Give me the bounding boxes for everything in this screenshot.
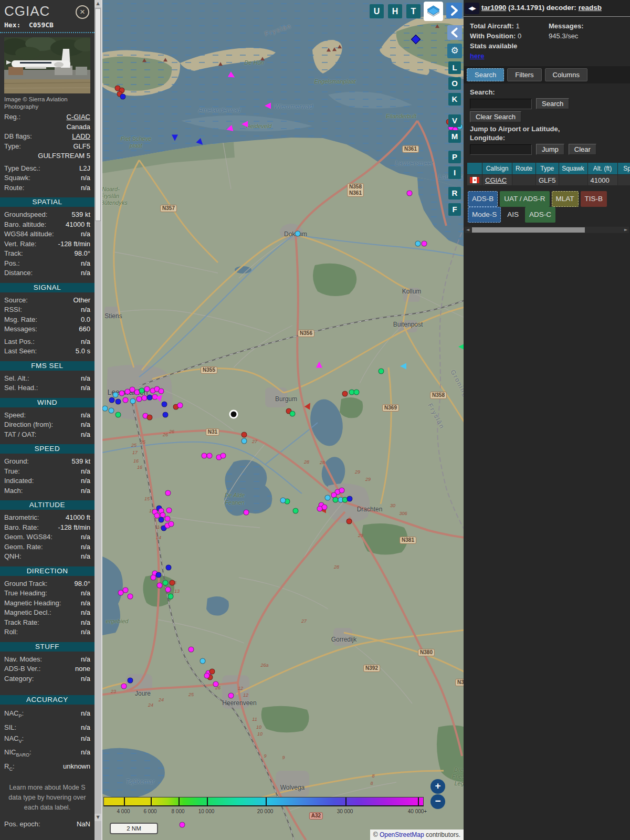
column-header[interactable] xyxy=(467,163,482,174)
aircraft-marker[interactable] xyxy=(209,669,215,675)
aircraft-marker[interactable] xyxy=(316,361,322,368)
aircraft-marker[interactable] xyxy=(325,495,331,501)
scroll-right-icon[interactable]: ► xyxy=(623,227,629,233)
map-button-k[interactable]: K xyxy=(448,93,461,106)
gear-icon[interactable]: ⚙ xyxy=(447,44,462,58)
aircraft-marker[interactable] xyxy=(109,408,114,414)
map-button-t[interactable]: T xyxy=(406,4,421,18)
aircraft-marker[interactable] xyxy=(116,412,121,418)
aircraft-marker[interactable] xyxy=(163,412,169,418)
map-button-f[interactable]: F xyxy=(448,203,461,216)
badge-uat-ads-r[interactable]: UAT / ADS-R xyxy=(500,191,549,207)
aircraft-marker[interactable] xyxy=(242,432,247,438)
aircraft-marker[interactable] xyxy=(151,575,156,581)
aircraft-marker[interactable] xyxy=(147,415,153,421)
clear-button[interactable]: Clear xyxy=(569,144,596,155)
badge-mode-s[interactable]: Mode-S xyxy=(468,207,501,223)
aircraft-marker[interactable] xyxy=(188,647,194,653)
aircraft-marker[interactable] xyxy=(407,191,413,196)
aircraft-marker[interactable] xyxy=(295,231,301,237)
column-header[interactable]: Alt. (ft) xyxy=(588,163,617,174)
map-button-r[interactable]: R xyxy=(448,187,461,200)
aircraft-marker[interactable] xyxy=(128,678,133,684)
collapse-left-icon[interactable] xyxy=(447,25,462,40)
aircraft-marker[interactable] xyxy=(200,658,206,664)
aircraft-marker[interactable] xyxy=(293,508,299,514)
aircraft-marker[interactable] xyxy=(123,397,129,403)
aircraft-marker[interactable] xyxy=(172,134,178,141)
aircraft-marker[interactable] xyxy=(168,594,174,600)
aircraft-marker[interactable] xyxy=(120,94,126,100)
aircraft-marker[interactable] xyxy=(242,121,248,127)
aircraft-marker[interactable] xyxy=(342,391,348,397)
aircraft-marker[interactable] xyxy=(242,438,247,444)
aircraft-marker[interactable] xyxy=(244,510,249,516)
aircraft-marker[interactable] xyxy=(265,102,271,109)
aircraft-marker[interactable] xyxy=(159,517,164,523)
detail-value-link[interactable]: LADD xyxy=(72,132,90,142)
jump-input[interactable] xyxy=(470,144,532,155)
map-button-h[interactable]: H xyxy=(388,4,402,18)
tab-columns[interactable]: Columns xyxy=(545,68,587,81)
aircraft-marker[interactable] xyxy=(346,519,352,524)
aircraft-marker[interactable] xyxy=(339,488,345,494)
aircraft-marker[interactable] xyxy=(347,496,353,502)
badge-ads-b[interactable]: ADS-B xyxy=(468,191,498,207)
aircraft-marker[interactable] xyxy=(228,693,234,699)
aircraft-marker[interactable] xyxy=(157,583,163,589)
aircraft-marker[interactable] xyxy=(170,580,175,586)
aircraft-marker[interactable] xyxy=(121,684,127,689)
scroll-down-icon[interactable]: ▼ xyxy=(94,814,101,821)
map-button-p[interactable]: P xyxy=(448,151,461,163)
map-button-u[interactable]: U xyxy=(370,4,384,18)
map-button-m[interactable]: M xyxy=(448,130,461,143)
aircraft-marker[interactable] xyxy=(204,673,210,679)
aircraft-marker[interactable] xyxy=(156,572,162,578)
tab-search[interactable]: Search xyxy=(467,68,504,81)
aircraft-marker[interactable] xyxy=(317,506,323,512)
aircraft-marker[interactable] xyxy=(180,822,185,828)
hscroll-thumb[interactable] xyxy=(472,227,585,233)
aircraft-marker[interactable] xyxy=(458,343,464,350)
aircraft-marker[interactable] xyxy=(165,490,171,496)
aircraft-marker[interactable] xyxy=(144,386,150,392)
aircraft-marker[interactable] xyxy=(207,453,213,459)
column-header[interactable]: Callsign xyxy=(482,163,512,174)
scroll-up-icon[interactable]: ▲ xyxy=(94,0,101,7)
aircraft-marker[interactable] xyxy=(130,398,136,404)
aircraft-marker[interactable] xyxy=(213,681,219,687)
zoom-in-button[interactable]: + xyxy=(430,779,445,794)
aircraft-marker[interactable] xyxy=(166,508,172,513)
map-button-l[interactable]: L xyxy=(448,61,461,74)
aircraft-marker[interactable] xyxy=(119,391,125,396)
aircraft-marker[interactable] xyxy=(354,390,360,395)
aircraft-marker[interactable] xyxy=(163,580,169,586)
aircraft-marker[interactable] xyxy=(290,411,296,417)
stats-here-link[interactable]: here xyxy=(470,52,484,60)
table-horizontal-scrollbar[interactable]: ◄ ► xyxy=(465,227,629,233)
table-cell-callsign[interactable]: CGIAC xyxy=(485,176,507,184)
column-header[interactable]: Type xyxy=(536,163,559,174)
badge-mlat[interactable]: MLAT xyxy=(552,191,579,207)
clear-search-button[interactable]: Clear Search xyxy=(470,111,521,122)
aircraft-marker[interactable] xyxy=(165,516,171,522)
selected-aircraft-marker[interactable] xyxy=(229,410,238,419)
readsb-link[interactable]: readsb xyxy=(579,4,602,12)
badge-ads-c[interactable]: ADS-C xyxy=(525,207,555,223)
aircraft-marker[interactable] xyxy=(400,363,406,369)
scrollbar-thumb[interactable] xyxy=(95,8,101,221)
aircraft-marker[interactable] xyxy=(280,498,286,503)
map-canvas[interactable]: FryslânDe HônEngelsmanplaatWierumerwadAm… xyxy=(101,0,464,840)
aircraft-marker[interactable] xyxy=(102,406,108,412)
column-header[interactable]: Route xyxy=(512,163,536,174)
badge-ais[interactable]: AIS xyxy=(503,207,523,223)
table-row[interactable]: CGIAC GLF5 41000 xyxy=(467,175,630,185)
aircraft-marker[interactable] xyxy=(113,392,119,398)
panel-toggle-icon[interactable]: ◀▶ xyxy=(465,3,479,14)
zoom-out-button[interactable]: − xyxy=(430,794,445,809)
aircraft-marker[interactable] xyxy=(166,565,172,571)
scroll-left-icon[interactable]: ◄ xyxy=(465,227,471,233)
badge-tis-b[interactable]: TIS-B xyxy=(581,191,607,207)
aircraft-marker[interactable] xyxy=(415,241,421,247)
jump-button[interactable]: Jump xyxy=(536,144,564,155)
